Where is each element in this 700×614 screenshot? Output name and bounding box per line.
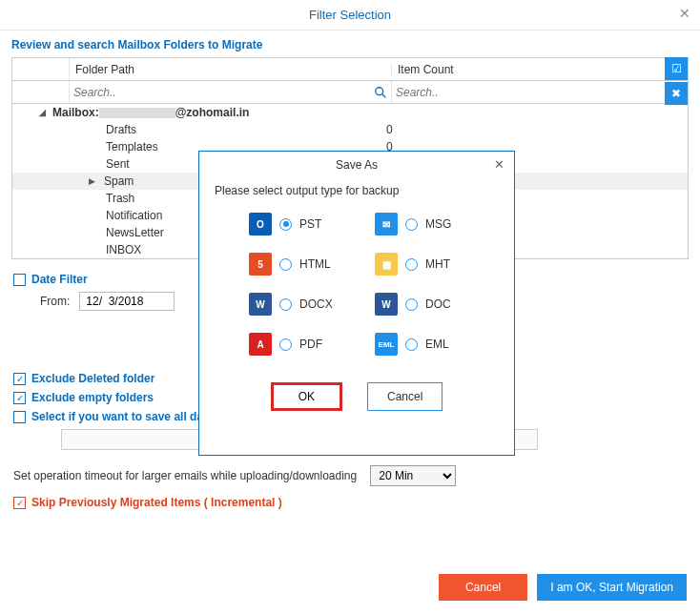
radio[interactable] (279, 338, 292, 351)
page-subtitle: Review and search Mailbox Folders to Mig… (0, 31, 700, 57)
chevron-down-icon[interactable]: ◢ (39, 108, 51, 117)
column-item-count[interactable]: Item Count (392, 63, 688, 76)
timeout-label: Set operation timeout for larger emails … (13, 469, 357, 482)
exclude-deleted-label: Exclude Deleted folder (31, 372, 154, 385)
window-close-icon[interactable]: ✕ (679, 6, 690, 21)
html5-icon: 5 (249, 253, 272, 276)
search-folder-input[interactable] (73, 86, 374, 99)
select-all-button[interactable]: ☑ (665, 57, 688, 80)
search-icon[interactable] (374, 86, 387, 99)
word-icon: W (375, 293, 398, 316)
mht-icon: ▦ (375, 253, 398, 276)
cancel-button[interactable]: Cancel (439, 574, 527, 601)
outlook-icon: O (249, 213, 272, 235)
skip-migrated-label: Skip Previously Migrated Items ( Increme… (31, 496, 282, 509)
folder-drafts[interactable]: Drafts0 (12, 121, 688, 138)
envelope-icon: ✉ (375, 213, 398, 235)
format-pst[interactable]: OPST (249, 213, 350, 235)
radio[interactable] (279, 258, 292, 271)
eml-icon: EML (375, 333, 398, 356)
format-mht[interactable]: ▦MHT (375, 253, 476, 276)
format-html[interactable]: 5HTML (249, 253, 350, 276)
mailbox-row[interactable]: ◢ Mailbox: @zohomail.in (12, 104, 688, 121)
dialog-title: Save As (336, 158, 378, 172)
save-all-checkbox[interactable] (13, 411, 26, 423)
radio[interactable] (279, 298, 292, 311)
search-count-input[interactable] (396, 86, 670, 99)
radio[interactable] (405, 338, 418, 351)
exclude-empty-label: Exclude empty folders (31, 391, 154, 404)
dialog-close-icon[interactable]: ✕ (494, 157, 504, 172)
svg-line-1 (382, 93, 386, 97)
deselect-all-button[interactable]: ✖ (665, 82, 688, 105)
pdf-icon: A (249, 333, 272, 356)
exclude-empty-checkbox[interactable] (13, 392, 26, 404)
format-pdf[interactable]: APDF (249, 333, 350, 356)
format-msg[interactable]: ✉MSG (375, 213, 476, 235)
mailbox-label: Mailbox: (52, 106, 99, 119)
from-date-input[interactable] (79, 292, 175, 311)
redacted-mailbox-user (99, 108, 175, 118)
format-doc[interactable]: WDOC (375, 293, 476, 316)
format-eml[interactable]: EMLEML (375, 333, 476, 356)
column-folder-path[interactable]: Folder Path (70, 63, 392, 76)
radio[interactable] (405, 258, 418, 271)
exclude-deleted-checkbox[interactable] (13, 373, 26, 385)
window-title: Filter Selection (309, 8, 391, 22)
mailbox-domain: @zohomail.in (175, 106, 250, 119)
radio[interactable] (405, 218, 418, 231)
chevron-right-icon[interactable]: ▶ (89, 176, 98, 186)
radio[interactable] (405, 298, 418, 311)
window-titlebar: Filter Selection ✕ (0, 0, 700, 31)
save-as-dialog: Save As ✕ Please select output type for … (198, 151, 515, 456)
date-filter-checkbox[interactable] (13, 274, 26, 286)
skip-migrated-checkbox[interactable] (13, 497, 26, 509)
start-migration-button[interactable]: I am OK, Start Migration (537, 574, 687, 601)
svg-point-0 (376, 87, 383, 94)
format-docx[interactable]: WDOCX (249, 293, 350, 316)
timeout-select[interactable]: 20 Min (370, 465, 456, 486)
radio[interactable] (279, 218, 292, 231)
dialog-ok-button[interactable]: OK (271, 382, 342, 411)
date-filter-label: Date Filter (31, 273, 88, 286)
word-icon: W (249, 293, 272, 316)
from-label: From: (40, 295, 70, 308)
dialog-cancel-button[interactable]: Cancel (367, 382, 443, 411)
dialog-message: Please select output type for backup (199, 178, 514, 207)
